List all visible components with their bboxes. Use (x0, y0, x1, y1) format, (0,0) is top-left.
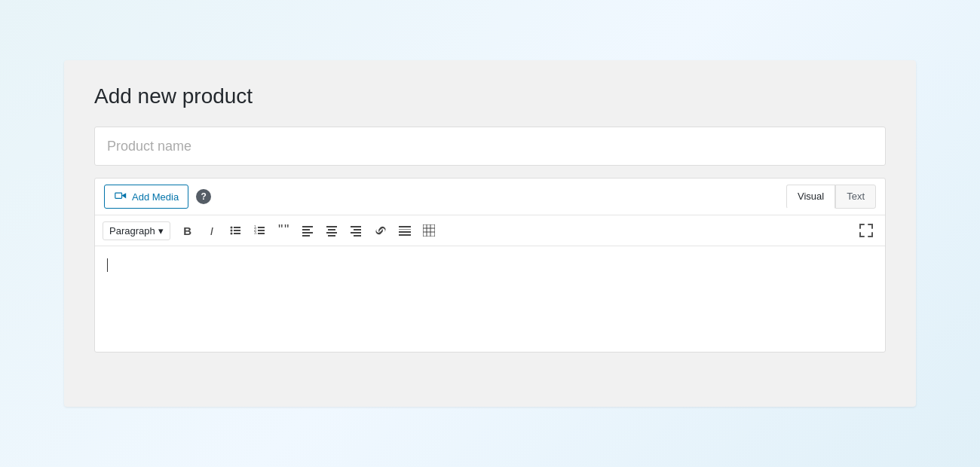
tab-text[interactable]: Text (835, 185, 876, 209)
add-media-icon (114, 190, 127, 203)
svg-rect-13 (258, 233, 265, 234)
toolbar-align-center-button[interactable] (321, 220, 344, 241)
toolbar-align-right-button[interactable] (345, 220, 368, 241)
svg-rect-31 (399, 234, 411, 236)
svg-rect-21 (328, 229, 335, 230)
toolbar-align-left-button[interactable] (297, 220, 320, 241)
svg-rect-26 (351, 232, 361, 233)
align-left-icon (302, 224, 314, 237)
svg-rect-30 (399, 231, 411, 233)
add-media-button[interactable]: Add Media (104, 185, 188, 209)
tab-visual[interactable]: Visual (786, 185, 835, 209)
text-cursor (107, 258, 108, 272)
svg-marker-1 (122, 193, 127, 198)
expand-icon (859, 224, 873, 237)
editor-wrapper: Add Media ? Visual Text Paragraph ▾ (94, 178, 886, 353)
editor-topbar: Add Media ? Visual Text (95, 179, 885, 215)
svg-rect-3 (234, 227, 240, 228)
svg-rect-18 (302, 232, 313, 233)
svg-text:": " (284, 224, 289, 237)
svg-rect-23 (328, 235, 335, 237)
blockquote-icon: " " (278, 224, 290, 237)
svg-rect-32 (423, 224, 435, 237)
add-media-label: Add Media (132, 191, 179, 203)
editor-topbar-left: Add Media ? (104, 185, 211, 209)
svg-point-4 (230, 230, 232, 232)
main-panel: Add new product Add Media ? (64, 60, 916, 407)
paragraph-label: Paragraph (109, 225, 155, 237)
svg-rect-0 (115, 193, 122, 198)
toolbar-unordered-list-button[interactable] (225, 220, 247, 241)
svg-point-6 (230, 233, 232, 235)
toolbar-blockquote-button[interactable]: " " (273, 220, 296, 241)
svg-rect-27 (354, 235, 361, 237)
toolbar-italic-button[interactable]: I (201, 220, 223, 241)
svg-rect-17 (302, 229, 310, 230)
paragraph-dropdown-icon: ▾ (158, 225, 164, 237)
svg-point-2 (230, 227, 232, 229)
svg-rect-22 (326, 232, 337, 233)
svg-rect-28 (399, 226, 411, 227)
align-center-icon (326, 224, 338, 237)
paragraph-format-select[interactable]: Paragraph ▾ (103, 221, 170, 240)
toolbar-bold-button[interactable]: B (176, 220, 199, 241)
toolbar-table-button[interactable] (418, 220, 440, 241)
toolbar-expand-button[interactable] (855, 220, 877, 241)
toolbar-ordered-list-button[interactable]: 1. 2. 3. (249, 220, 271, 241)
align-right-icon (351, 224, 363, 237)
page-title: Add new product (94, 84, 886, 108)
toolbar-horizontal-rule-button[interactable] (394, 220, 416, 241)
editor-content-area[interactable] (95, 246, 885, 352)
svg-rect-19 (302, 235, 310, 237)
svg-rect-20 (326, 226, 337, 227)
svg-rect-25 (354, 229, 361, 230)
svg-rect-24 (351, 226, 361, 227)
unordered-list-icon (230, 224, 242, 237)
editor-tabs: Visual Text (786, 185, 876, 209)
svg-rect-7 (234, 233, 240, 234)
svg-rect-5 (234, 230, 240, 231)
editor-toolbar: Paragraph ▾ B I (95, 215, 885, 246)
svg-text:": " (278, 224, 283, 237)
ordered-list-icon: 1. 2. 3. (254, 224, 266, 237)
product-name-input[interactable] (94, 127, 886, 166)
toolbar-link-button[interactable] (369, 220, 392, 241)
link-icon (375, 224, 387, 237)
table-icon (423, 224, 435, 237)
svg-rect-29 (399, 229, 411, 230)
help-label: ? (201, 191, 206, 202)
help-icon[interactable]: ? (196, 189, 211, 204)
svg-rect-9 (258, 227, 265, 228)
svg-rect-11 (258, 230, 265, 231)
svg-text:3.: 3. (254, 230, 257, 235)
svg-rect-16 (302, 226, 313, 227)
horizontal-rule-icon (399, 224, 411, 237)
